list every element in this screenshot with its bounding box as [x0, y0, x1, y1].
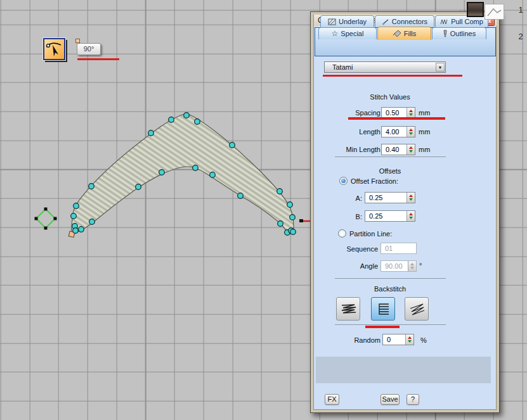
offset-fraction-label: Offset Fraction: — [351, 177, 398, 185]
connectors-icon — [382, 18, 389, 25]
toolbar-overflow-dots: ... — [459, 5, 466, 12]
spacing-label: Spacing — [317, 109, 381, 117]
tab-fills[interactable]: Fills — [377, 27, 431, 40]
reshape-tool-icon[interactable] — [43, 38, 65, 60]
pen-icon — [443, 30, 448, 37]
square-stitch-icon — [375, 302, 392, 317]
tab-label: Outlines — [450, 30, 476, 37]
spinner-icon[interactable] — [407, 108, 415, 118]
design-thumbnail-icon[interactable] — [467, 2, 484, 17]
object-list-number-2: 2 — [515, 32, 526, 41]
backstitch-square-button[interactable] — [371, 297, 395, 321]
stitch-values-title: Stitch Values — [336, 93, 444, 101]
spinner-icon[interactable] — [407, 127, 415, 137]
annotation-underline-backstitch — [365, 326, 400, 328]
fill-type-value: Tatami — [332, 63, 353, 71]
paint-bucket-icon — [393, 30, 401, 37]
min-length-unit: mm — [419, 146, 430, 153]
chevron-down-icon[interactable]: ▼ — [436, 63, 445, 72]
offset-a-field[interactable] — [365, 192, 415, 203]
partition-line-label: Partition Line: — [349, 230, 392, 238]
offsets-title: Offsets — [336, 167, 444, 175]
min-length-field[interactable] — [381, 144, 415, 155]
backstitch-title: Backstitch — [336, 285, 444, 293]
fx-button[interactable]: FX — [325, 394, 339, 405]
annotation-underline-angle — [77, 58, 119, 60]
pull-comp-icon — [440, 18, 448, 25]
spinner-icon[interactable] — [405, 334, 413, 345]
tab-underlay[interactable]: Underlay — [320, 15, 374, 27]
angle-drag-handle[interactable] — [75, 39, 80, 43]
backstitch-stagger-button[interactable] — [336, 297, 360, 321]
tab-special[interactable]: ☆ Special — [318, 27, 377, 39]
angle-unit: ° — [419, 262, 422, 269]
angle-label: Angle — [315, 262, 378, 270]
stitch-angle-tooltip: 90° — [77, 43, 101, 55]
empty-panel — [316, 357, 491, 383]
divider — [335, 156, 446, 157]
application-window: 90° ... 1 2 Object Properties x Underlay… — [0, 0, 527, 420]
sequence-label: Sequence — [315, 245, 378, 253]
tab-label: Underlay — [339, 18, 367, 25]
object-properties-dialog: Object Properties x Underlay Connectors … — [310, 11, 500, 413]
angle-field — [381, 260, 417, 272]
spinner-icon[interactable] — [407, 211, 415, 221]
length-unit: mm — [419, 128, 430, 136]
offset-b-field[interactable] — [365, 210, 415, 222]
spinner-icon[interactable] — [407, 144, 415, 155]
diagonal-stitch-icon — [408, 302, 426, 317]
partition-line-radio[interactable] — [338, 229, 346, 238]
spinner-icon[interactable] — [407, 193, 415, 203]
random-label: Random — [317, 336, 381, 344]
reshape-glyph — [44, 39, 64, 59]
help-button[interactable]: ? — [407, 394, 419, 405]
underlay-icon — [328, 18, 336, 25]
sketch-thumbnail-icon[interactable] — [485, 4, 504, 20]
tab-label: Fills — [404, 30, 417, 37]
sequence-field — [381, 243, 417, 254]
divider — [335, 324, 446, 325]
tab-outlines[interactable]: Outlines — [432, 27, 486, 39]
length-label: Length — [317, 128, 381, 136]
tab-label: Special — [341, 30, 363, 37]
tab-connectors[interactable]: Connectors — [375, 15, 434, 27]
sketch-glyph — [485, 4, 504, 19]
min-length-label: Min Length — [317, 146, 381, 153]
star-icon: ☆ — [332, 29, 339, 38]
annotation-underline-spacing — [348, 117, 445, 120]
tab-label: Connectors — [392, 18, 427, 25]
offset-fraction-radio[interactable] — [339, 177, 348, 185]
offset-a-label: A: — [311, 194, 362, 202]
object-list-number-1: 1 — [515, 5, 526, 15]
save-button[interactable]: Save — [381, 394, 400, 405]
annotation-underline-fill-type — [323, 75, 462, 77]
spacing-unit: mm — [419, 109, 430, 117]
divider — [335, 278, 446, 279]
stagger-stitch-icon — [340, 302, 357, 317]
offset-b-label: B: — [311, 213, 362, 220]
fill-type-select[interactable]: Tatami ▼ — [324, 61, 446, 73]
tab-label: Pull Comp — [451, 18, 483, 25]
backstitch-diagonal-button[interactable] — [405, 297, 429, 321]
spinner-icon — [408, 261, 416, 271]
length-field[interactable] — [381, 126, 415, 137]
random-field[interactable] — [382, 334, 414, 345]
random-unit: % — [420, 336, 427, 344]
